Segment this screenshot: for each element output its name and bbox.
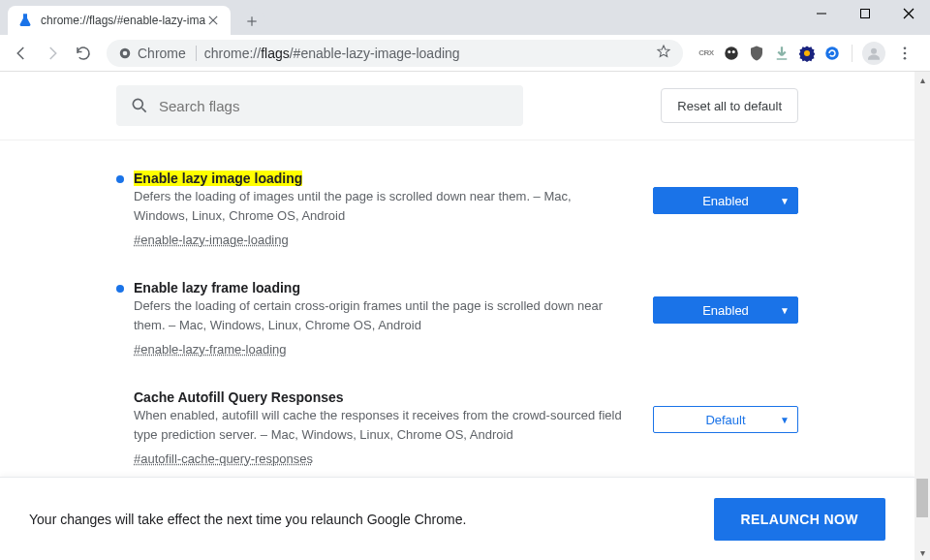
svg-point-12 [732,50,735,53]
ublock-extension-icon[interactable] [747,44,766,63]
browser-toolbar: Chrome chrome://flags/#enable-lazy-image… [0,35,930,72]
scroll-down-button[interactable]: ▾ [914,544,930,560]
badge-extension-icon[interactable] [797,44,817,63]
maximize-button[interactable] [843,0,886,27]
flag-select-value[interactable]: Enabled▼ [653,296,798,324]
flag-title: Enable lazy image loading [134,171,302,186]
chevron-down-icon: ▼ [780,305,790,316]
url-text: chrome://flags/#enable-lazy-image-loadin… [204,46,648,61]
origin-chip: Chrome [118,46,197,61]
svg-point-19 [133,99,142,109]
flag-description: Defers the loading of certain cross-orig… [134,296,624,334]
svg-point-9 [123,50,128,55]
flags-header: Reset all to default [0,72,914,140]
svg-rect-1 [860,10,869,18]
flag-title: Enable lazy frame loading [134,280,300,296]
toolbar-separator [852,45,852,62]
circle-extension-icon[interactable] [822,44,842,63]
flag-description: Defers the loading of images until the p… [134,187,624,225]
window-controls [799,0,930,27]
download-extension-icon[interactable] [772,44,791,63]
svg-point-17 [904,51,907,54]
crx-extension-icon[interactable]: CRX [697,44,716,63]
flag-anchor-link[interactable]: #autofill-cache-query-responses [134,451,313,466]
svg-point-14 [825,47,839,60]
flag-body: Cache Autofill Query ResponsesWhen enabl… [134,389,643,467]
new-tab-button[interactable] [238,8,265,35]
scroll-up-button[interactable]: ▴ [914,72,930,87]
modified-indicator-dot [116,175,124,183]
tab-title: chrome://flags/#enable-lazy-ima [41,14,205,27]
select-label: Default [705,413,745,427]
svg-point-11 [728,50,730,53]
chevron-down-icon: ▼ [780,196,790,206]
modified-indicator-dot [116,285,124,293]
relaunch-bar: Your changes will take effect the next t… [0,477,914,560]
scrollbar-track[interactable]: ▴ ▾ [914,72,930,560]
select-label: Enabled [702,194,749,208]
minimize-button[interactable] [799,0,843,27]
chrome-icon [118,47,132,60]
flag-anchor-link[interactable]: #enable-lazy-frame-loading [134,342,287,357]
flag-select[interactable]: Enabled▼ [653,187,798,214]
flag-body: Enable lazy frame loadingDefers the load… [134,279,643,358]
extension-icons: CRX [693,40,922,67]
back-button[interactable] [8,40,35,67]
browser-tab[interactable]: chrome://flags/#enable-lazy-ima [8,6,231,35]
flag-item: Cache Autofill Query ResponsesWhen enabl… [116,367,798,477]
chevron-down-icon: ▼ [780,415,790,425]
flag-item: Enable lazy frame loadingDefers the load… [116,258,798,367]
page-viewport: Reset all to default Enable lazy image l… [0,72,930,560]
panda-extension-icon[interactable] [722,44,741,63]
flag-select-value[interactable]: Default▼ [653,406,798,433]
address-bar[interactable]: Chrome chrome://flags/#enable-lazy-image… [107,40,683,67]
search-flags-field[interactable] [116,85,523,126]
svg-line-20 [142,109,146,112]
relaunch-button[interactable]: RELAUNCH NOW [714,498,885,541]
search-input[interactable] [159,98,510,114]
flag-body: Enable lazy image loadingDefers the load… [134,170,643,248]
flags-list: Enable lazy image loadingDefers the load… [0,140,914,477]
flag-anchor-link[interactable]: #enable-lazy-image-loading [134,233,289,247]
search-icon [130,96,149,115]
svg-point-15 [871,47,877,53]
flag-select-value[interactable]: Enabled▼ [653,187,798,214]
scrollbar-thumb[interactable] [916,479,928,517]
svg-point-10 [725,47,738,60]
flag-description: When enabled, autofill will cache the re… [134,406,624,444]
reset-all-button[interactable]: Reset all to default [661,88,798,123]
tab-strip: chrome://flags/#enable-lazy-ima [0,0,930,35]
tab-close-icon[interactable] [205,13,221,28]
close-button[interactable] [886,0,930,27]
flag-item: Enable lazy image loadingDefers the load… [116,148,798,258]
bookmark-star-icon[interactable] [656,44,671,62]
svg-point-16 [904,47,907,49]
flask-icon [17,13,33,28]
profile-avatar[interactable] [862,42,885,65]
flag-title: Cache Autofill Query Responses [134,389,344,405]
origin-label: Chrome [138,46,186,61]
reload-button[interactable] [70,40,97,67]
svg-point-13 [804,50,810,56]
flag-select[interactable]: Enabled▼ [653,296,798,324]
forward-button[interactable] [39,40,66,67]
select-label: Enabled [702,303,749,318]
svg-point-18 [904,56,907,59]
flag-select[interactable]: Default▼ [653,406,798,433]
kebab-menu-button[interactable] [891,40,918,67]
relaunch-message: Your changes will take effect the next t… [29,512,714,527]
